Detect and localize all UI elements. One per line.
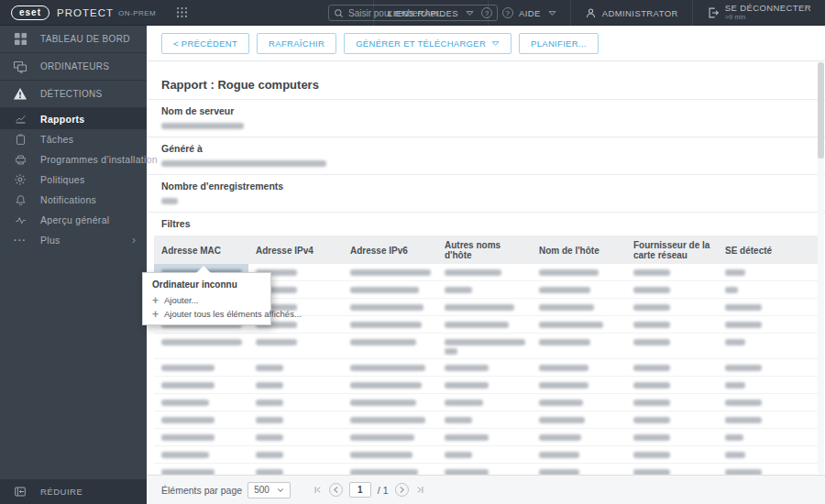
sidebar-item-reports[interactable]: Rapports	[0, 108, 147, 129]
previous-button[interactable]: < PRÉCÉDENT	[161, 33, 249, 54]
previous-page-button[interactable]	[329, 483, 343, 497]
table-cell-redacted	[718, 264, 818, 280]
apps-grid-icon[interactable]	[176, 6, 188, 18]
context-menu-item-add-all[interactable]: + Ajouter tous les éléments affichés...	[143, 307, 270, 321]
last-page-button[interactable]	[415, 485, 425, 495]
installers-icon	[0, 154, 40, 166]
column-header-nic-vendor[interactable]: Fournisseur de la carte réseau	[626, 236, 718, 264]
report-title: Rapport : Rogue computers	[161, 78, 810, 92]
column-header-ipv4[interactable]: Adresse IPv4	[248, 236, 343, 264]
product-name: PROTECT	[57, 7, 114, 18]
column-header-ipv6[interactable]: Adresse IPv6	[343, 236, 437, 264]
user-menu[interactable]: ADMINISTRATOR	[570, 0, 692, 26]
collapse-sidebar-button[interactable]: RÉDUIRE	[0, 478, 147, 504]
sidebar-item-more[interactable]: ··· Plus ›	[0, 230, 147, 250]
table-cell-redacted	[343, 299, 437, 315]
sidebar-item-detections[interactable]: DÉTECTIONS	[0, 81, 147, 108]
warning-triangle-icon	[0, 87, 40, 101]
table-cell-redacted	[437, 316, 532, 333]
table-row[interactable]	[154, 411, 818, 429]
select-caret-icon	[277, 488, 284, 493]
table-cell-redacted	[532, 446, 626, 463]
generate-download-button[interactable]: GÉNÉRER ET TÉLÉCHARGER	[344, 33, 512, 54]
table-cell-redacted	[343, 394, 437, 411]
table-cell-redacted	[626, 394, 718, 411]
sidebar-item-computers[interactable]: ORDINATEURS	[0, 53, 147, 81]
table-cell-redacted	[532, 264, 626, 280]
more-dots-icon: ···	[0, 235, 40, 246]
user-icon	[585, 7, 597, 19]
table-cell-redacted	[343, 411, 437, 428]
column-header-hostname[interactable]: Nom de l'hôte	[532, 236, 626, 264]
table-cell-redacted	[343, 264, 437, 280]
table-cell-redacted	[532, 377, 626, 393]
table-cell-redacted	[718, 464, 818, 475]
table-cell-redacted	[718, 377, 818, 393]
search-icon	[334, 8, 344, 18]
help-menu[interactable]: ? AIDE	[488, 0, 570, 26]
table-cell-redacted	[248, 334, 343, 358]
context-menu: Ordinateur inconnu + Ajouter... + Ajoute…	[142, 272, 271, 325]
logout-button[interactable]: SE DÉCONNECTER >9 min	[692, 0, 825, 26]
table-row[interactable]	[154, 464, 818, 475]
quick-links-menu[interactable]: LIENS RAPIDES	[373, 0, 488, 26]
column-header-mac[interactable]: Adresse MAC	[154, 236, 248, 264]
sidebar: TABLEAU DE BORD ORDINATEURS DÉTECTIONS R…	[0, 26, 147, 504]
table-row[interactable]	[154, 359, 818, 377]
table-cell-redacted	[437, 264, 532, 280]
sidebar-item-policies[interactable]: Politiques	[0, 170, 147, 190]
sidebar-item-dashboard[interactable]: TABLEAU DE BORD	[0, 26, 147, 53]
sidebar-item-label: Rapports	[40, 114, 85, 125]
collapse-label: RÉDUIRE	[40, 487, 82, 497]
table-cell-redacted	[437, 446, 532, 463]
table-cell-redacted	[437, 429, 532, 445]
sidebar-item-notifications[interactable]: Notifications	[0, 190, 147, 210]
sidebar-item-status-overview[interactable]: Aperçu général	[0, 210, 147, 230]
context-menu-item-add[interactable]: + Ajouter...	[143, 293, 270, 307]
table-cell-redacted	[718, 359, 818, 376]
items-per-page-label: Éléments par page	[161, 485, 242, 496]
next-page-button[interactable]	[395, 483, 409, 497]
table-cell-redacted	[343, 446, 437, 463]
table-cell-redacted	[626, 281, 718, 298]
report-toolbar: < PRÉCÉDENT RAFRAÎCHIR GÉNÉRER ET TÉLÉCH…	[147, 26, 825, 61]
sidebar-item-installers[interactable]: Programmes d'installation	[0, 149, 147, 170]
table-cell-redacted	[343, 429, 437, 445]
first-page-button[interactable]	[313, 485, 323, 495]
table-cell-redacted	[626, 316, 718, 333]
table-cell-redacted	[343, 316, 437, 333]
schedule-button[interactable]: PLANIFIER...	[519, 33, 599, 54]
current-page-input[interactable]	[349, 482, 371, 498]
computers-icon	[0, 60, 40, 74]
table-cell-redacted	[718, 411, 818, 428]
table-cell-redacted	[437, 359, 532, 376]
table-cell-redacted	[343, 281, 437, 298]
table-cell-redacted	[626, 264, 718, 280]
table-row[interactable]	[154, 394, 818, 411]
generated-at-label: Généré à	[161, 143, 810, 154]
context-menu-item-label: Ajouter...	[164, 295, 199, 305]
table-row[interactable]	[154, 429, 818, 446]
scrollbar-thumb[interactable]	[818, 62, 824, 159]
table-cell-redacted	[437, 464, 532, 475]
column-header-detected-os[interactable]: SE détecté	[718, 236, 818, 264]
record-count-value-redacted	[161, 198, 178, 204]
table-cell-redacted	[248, 394, 343, 411]
items-per-page-select[interactable]: 500	[248, 482, 291, 499]
column-header-other-hostnames[interactable]: Autres noms d'hôte	[437, 236, 532, 264]
chevron-down-icon	[548, 10, 556, 16]
table-row[interactable]	[154, 377, 818, 394]
table-row[interactable]	[154, 334, 818, 359]
table-cell-redacted	[248, 377, 343, 393]
table-cell-redacted	[437, 334, 532, 358]
filters-label: Filtres	[161, 218, 810, 229]
table-row[interactable]	[154, 446, 818, 464]
table-cell-redacted	[626, 446, 718, 463]
refresh-button[interactable]: RAFRAÎCHIR	[257, 33, 336, 54]
table-cell-redacted	[437, 377, 532, 393]
logout-timer: >9 min	[725, 13, 811, 22]
table-cell-redacted	[626, 377, 718, 393]
sidebar-item-tasks[interactable]: Tâches	[0, 129, 147, 149]
report-body: Rapport : Rogue computers Nom de serveur…	[147, 61, 825, 475]
help-icon: ?	[502, 7, 513, 18]
